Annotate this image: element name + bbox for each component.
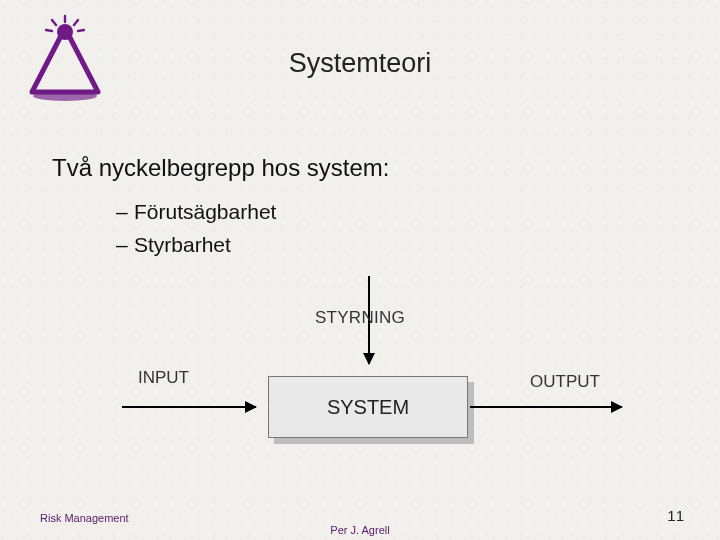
svg-line-2 (52, 20, 56, 25)
page-title: Systemteori (0, 48, 720, 79)
page-number: 11 (667, 507, 684, 524)
arrow-output (470, 406, 622, 408)
footer-center: Per J. Agrell (0, 524, 720, 536)
bullet-text: Styrbarhet (134, 233, 231, 256)
input-label: INPUT (138, 368, 189, 388)
slide-header: Systemteori (0, 0, 720, 120)
svg-line-5 (78, 30, 84, 31)
footer-left: Risk Management (40, 512, 129, 524)
svg-point-0 (57, 24, 73, 40)
system-box-label: SYSTEM (327, 396, 409, 419)
svg-point-6 (33, 91, 97, 101)
bullet-list: –Förutsägbarhet –Styrbarhet (116, 196, 276, 261)
bullet-item: –Förutsägbarhet (116, 196, 276, 229)
intro-text: Två nyckelbegrepp hos system: (52, 154, 390, 182)
bullet-item: –Styrbarhet (116, 229, 276, 262)
svg-line-4 (46, 30, 52, 31)
bullet-text: Förutsägbarhet (134, 200, 276, 223)
system-diagram: STYRNING INPUT SYSTEM OUTPUT (0, 272, 720, 482)
arrow-input (122, 406, 256, 408)
control-label: STYRNING (0, 308, 720, 328)
svg-line-3 (74, 20, 78, 25)
system-box: SYSTEM (268, 376, 468, 438)
output-label: OUTPUT (530, 372, 600, 392)
